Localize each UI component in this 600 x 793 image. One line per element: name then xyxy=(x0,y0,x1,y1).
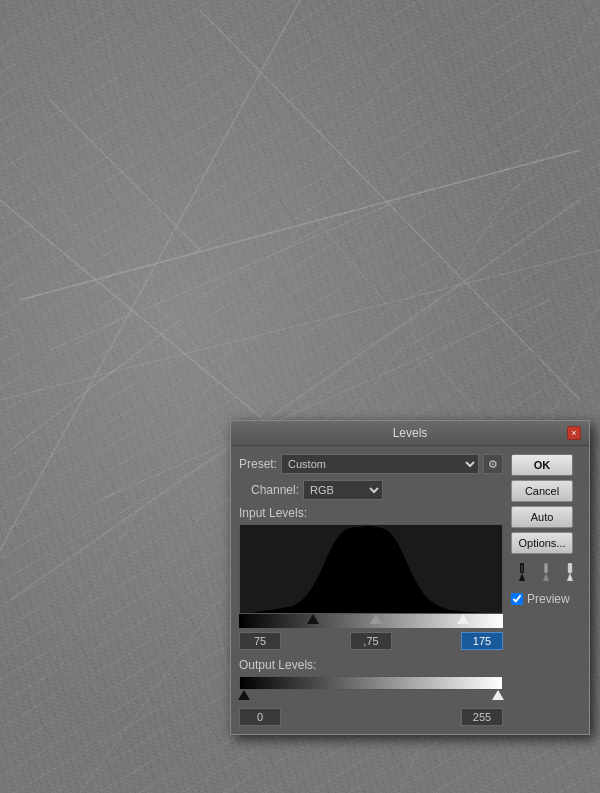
white-eyedropper[interactable] xyxy=(560,562,580,582)
svg-line-16 xyxy=(50,100,200,250)
dialog-body: Preset: Custom ⚙ Channel: RGB Red Green … xyxy=(231,446,589,734)
output-gradient xyxy=(239,676,503,690)
channel-row: Channel: RGB Red Green Blue xyxy=(239,480,503,500)
input-values-row xyxy=(239,632,503,650)
ok-button[interactable]: OK xyxy=(511,454,573,476)
svg-line-8 xyxy=(100,0,250,793)
svg-marker-21 xyxy=(519,573,525,581)
svg-line-7 xyxy=(0,250,600,400)
cancel-button[interactable]: Cancel xyxy=(511,480,573,502)
output-white-handle[interactable] xyxy=(492,690,504,700)
svg-marker-24 xyxy=(543,573,549,581)
output-black-input[interactable] xyxy=(239,708,281,726)
close-button[interactable]: × xyxy=(567,426,581,440)
gray-eyedropper[interactable] xyxy=(536,562,556,582)
dialog-titlebar: Levels × xyxy=(231,421,589,446)
input-slider-track xyxy=(239,614,503,628)
mid-input[interactable] xyxy=(350,632,392,650)
gray-eyedropper-icon xyxy=(539,563,553,581)
dialog-right-panel: OK Cancel Auto Options... xyxy=(511,454,581,726)
black-input[interactable] xyxy=(239,632,281,650)
gear-button[interactable]: ⚙ xyxy=(483,454,503,474)
preset-label: Preset: xyxy=(239,457,277,471)
black-eyedropper[interactable] xyxy=(512,562,532,582)
histogram-svg xyxy=(240,525,502,613)
preview-label: Preview xyxy=(527,592,570,606)
dialog-left-panel: Preset: Custom ⚙ Channel: RGB Red Green … xyxy=(239,454,503,726)
svg-marker-27 xyxy=(567,573,573,581)
svg-line-5 xyxy=(200,10,580,400)
histogram-container xyxy=(239,524,503,614)
svg-line-0 xyxy=(20,150,580,300)
white-eyedropper-icon xyxy=(563,563,577,581)
channel-label: Channel: xyxy=(251,483,299,497)
channel-select[interactable]: RGB Red Green Blue xyxy=(303,480,383,500)
preview-row: Preview xyxy=(511,592,581,606)
white-point-handle[interactable] xyxy=(457,614,469,624)
levels-dialog: Levels × Preset: Custom ⚙ Channel: RGB xyxy=(230,420,590,735)
input-levels-label: Input Levels: xyxy=(239,506,503,520)
midtone-handle[interactable] xyxy=(370,614,382,624)
output-white-input[interactable] xyxy=(461,708,503,726)
output-values-row xyxy=(239,708,503,726)
svg-line-3 xyxy=(0,200,300,450)
svg-line-18 xyxy=(10,320,180,450)
options-button[interactable]: Options... xyxy=(511,532,573,554)
auto-button[interactable]: Auto xyxy=(511,506,573,528)
eyedropper-row xyxy=(511,562,581,582)
black-eyedropper-icon xyxy=(515,563,529,581)
output-slider-row xyxy=(239,690,503,704)
black-point-handle[interactable] xyxy=(307,614,319,624)
white-input[interactable] xyxy=(461,632,503,650)
preset-select[interactable]: Custom xyxy=(281,454,479,474)
output-levels-label: Output Levels: xyxy=(239,658,503,672)
preview-checkbox[interactable] xyxy=(511,593,523,605)
preset-row: Preset: Custom ⚙ xyxy=(239,454,503,474)
dialog-title: Levels xyxy=(353,426,467,440)
output-black-handle[interactable] xyxy=(238,690,250,700)
svg-line-1 xyxy=(50,200,400,350)
